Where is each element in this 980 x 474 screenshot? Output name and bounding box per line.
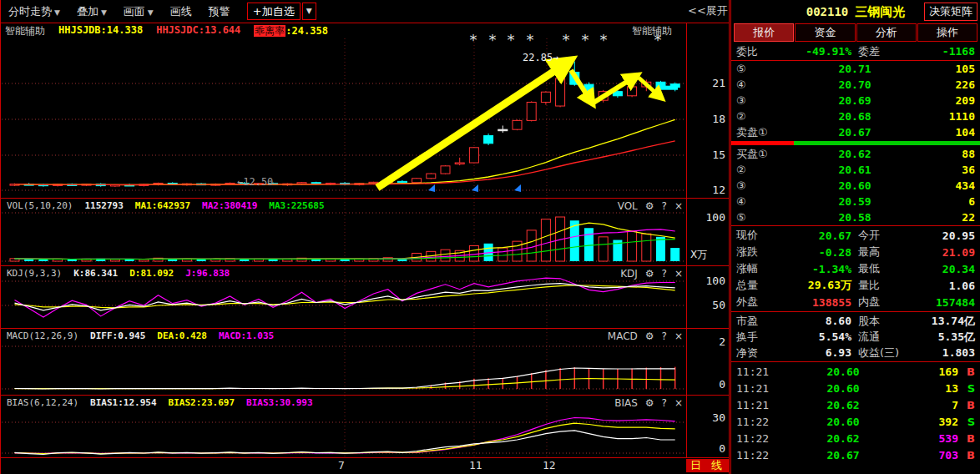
hhjsjdc-value: HHJSJDC:13.644 [156,24,240,38]
tick-volume: 13 [910,382,958,395]
tick-price: 20.60 [776,366,910,378]
stat-label: 涨幅 [736,261,775,276]
quote-tabs: 报价 资金 分析 操作 [734,23,977,42]
ask-volume: 226 [915,78,975,91]
ask-row[interactable]: ⑤20.71105 [731,61,980,77]
expand-button[interactable]: <<展开 [688,3,730,18]
ask-volume: 104 [915,126,975,139]
ask-level-label: ④ [736,78,795,91]
bid-volume: 6 [915,195,975,208]
axis-label: 100 [687,275,725,287]
menu-overlay[interactable]: 叠加▼ [77,4,107,19]
stat-value: -0.28 [775,246,851,259]
settings-icon[interactable]: ⚙ [645,268,654,280]
stat-label: 最高 [851,245,912,260]
stat-row: 涨幅-1.34%最低20.34 [731,260,980,277]
bid-level-label: ③ [736,179,795,192]
tick-price: 20.60 [776,382,910,395]
axis-label: 15 [687,149,725,161]
ask-row[interactable]: ②20.681110 [731,108,980,124]
tick-volume: 392 [910,416,958,428]
axis-label: 100 [687,211,725,224]
tick-price: 20.62 [776,399,910,411]
smart-assist-row: 智能辅助 HHJSJDB:14.338 HHJSJDC:13.644 乖离率:2… [5,24,328,38]
tick-row: 11:2120.6013S [731,380,980,396]
fin-label: 换手 [736,330,775,345]
tick-side: S [958,416,975,428]
ask-row[interactable]: 卖盘①20.67104 [731,124,980,140]
menu-alert[interactable]: 预警 [209,4,230,19]
ask-volume: 1110 [915,110,975,123]
svg-text:*: * [489,31,497,48]
bias-pane-controls: BIAS ⚙ ? × [614,397,683,409]
bid-row[interactable]: ④20.596 [731,194,980,209]
stat-value: 29.63万 [775,278,851,293]
ask-row[interactable]: ④20.70226 [731,77,980,93]
kdj-pane-header: KDJ(9,3,3) K:86.341 D:81.092 J:96.838 [7,268,230,279]
bias-rate: 乖离率:24.358 [254,24,328,38]
chevron-down-icon: ▼ [148,8,154,17]
fin-value: 8.60 [775,315,851,327]
bid-price: 20.62 [795,148,915,160]
bid-row[interactable]: ③20.60434 [731,178,980,194]
fin-row: 市盈8.60股本13.74亿 [731,313,980,329]
close-icon[interactable]: × [674,330,683,342]
close-icon[interactable]: × [674,268,683,280]
menu-layout[interactable]: 画面▼ [124,4,154,19]
menu-drawline[interactable]: 画线 [170,4,192,19]
fin-label: 市盈 [736,314,775,329]
help-icon[interactable]: ? [662,397,667,409]
settings-icon[interactable]: ⚙ [645,397,654,409]
vol-pane-controls: VOL ⚙ ? × [618,200,683,212]
axis-label: 21 [687,77,725,89]
tab-funds[interactable]: 资金 [795,23,855,42]
help-icon[interactable]: ? [662,330,667,342]
stat-label: 今开 [851,228,912,243]
stat-row: 外盘138855内盘157484 [731,294,980,310]
fin-value: 1.803 [912,346,975,359]
tick-volume: 703 [910,449,958,461]
bias-rate-badge[interactable]: 乖离率 [254,25,285,37]
close-icon[interactable]: × [674,200,683,212]
bid-row[interactable]: ⑤20.5822 [731,209,980,225]
tick-time: 11:21 [736,399,776,411]
bid-levels: 买盘①20.6288②20.6136③20.60434④20.596⑤20.58… [731,146,980,225]
ask-price: 20.67 [795,126,915,139]
tick-price: 20.67 [776,449,910,461]
settings-icon[interactable]: ⚙ [645,330,654,342]
stat-label: 涨跌 [736,245,775,260]
decision-matrix-button[interactable]: 决策矩阵 [924,3,977,21]
axis-label: 30 [687,411,725,424]
stat-value: -1.34% [775,263,851,275]
bid-row[interactable]: 买盘①20.6288 [731,146,980,162]
add-watchlist-caret[interactable]: ▼ [302,3,316,20]
stat-label: 内盘 [851,295,912,310]
ask-level-label: ⑤ [736,63,795,75]
menu-intraday[interactable]: 分时走势▼ [8,4,60,19]
help-icon[interactable]: ? [662,268,667,280]
stat-value: 21.09 [912,246,975,259]
tick-side: B [958,366,975,378]
add-watchlist-wrap: +加自选 ▼ [247,3,316,20]
tick-time: 11:21 [736,382,776,395]
ask-row[interactable]: ③20.69209 [731,93,980,108]
help-icon[interactable]: ? [662,200,667,212]
period-daily-badge[interactable]: 日 线 [686,459,730,472]
tab-analysis[interactable]: 分析 [856,23,917,42]
fin-label: 收益(三) [851,345,912,361]
tick-row: 11:2120.60169B [731,363,980,380]
bid-row[interactable]: ②20.6136 [731,162,980,178]
weicha-value: -1168 [900,45,975,58]
stat-value: 1.06 [912,280,975,292]
add-watchlist-button[interactable]: +加自选 [247,3,301,20]
bid-volume: 22 [915,211,975,224]
base-price-label: ←12.50 [237,176,273,188]
settings-icon[interactable]: ⚙ [645,200,654,212]
sell-ratio-segment [731,141,794,145]
tab-operate[interactable]: 操作 [917,23,977,42]
weibi-row: 委比 -49.91% 委差 -1168 [731,43,980,60]
bid-volume: 434 [915,179,975,192]
tab-quote[interactable]: 报价 [734,23,794,42]
close-icon[interactable]: × [674,397,683,409]
ask-price: 20.71 [795,63,915,75]
